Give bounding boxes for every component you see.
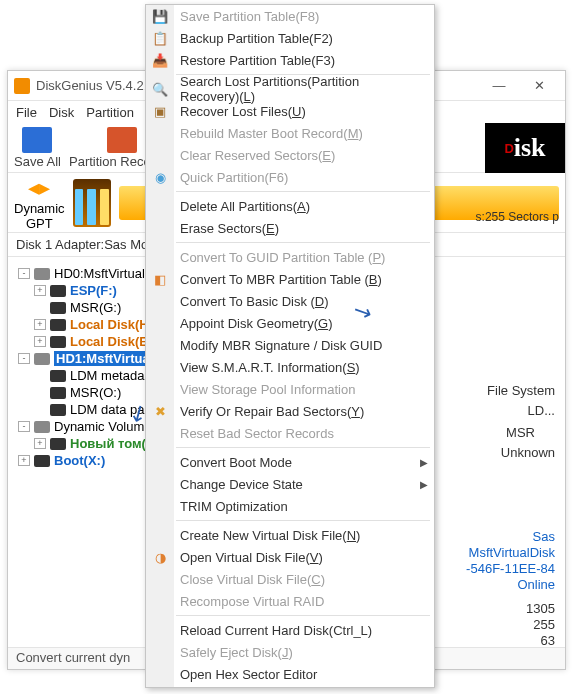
volume-icon: [50, 370, 66, 382]
menu-item-icon: ◧: [152, 271, 168, 287]
tree-label: MSR(O:): [70, 385, 121, 400]
tree-label: LDM data pa: [70, 402, 144, 417]
tree-expand-icon[interactable]: +: [18, 455, 30, 466]
menu-item-label: Erase Sectors(E): [180, 221, 279, 236]
menu-item-icon: ✖: [152, 403, 168, 419]
menu-item-label: Open Virtual Disk File(V): [180, 550, 323, 565]
menu-separator: [176, 191, 430, 192]
menu-item-label: Open Hex Sector Editor: [180, 667, 317, 682]
volume-icon: [50, 285, 66, 297]
menu-item-open-hex-sector-editor[interactable]: Open Hex Sector Editor: [146, 663, 434, 685]
menu-item-label: Convert To Basic Disk (D): [180, 294, 329, 309]
geom-2: 255: [533, 617, 555, 632]
menu-disk[interactable]: Disk: [49, 105, 74, 120]
menu-partition[interactable]: Partition: [86, 105, 134, 120]
menu-separator: [176, 447, 430, 448]
tree-expand-icon[interactable]: +: [34, 336, 46, 347]
menu-item-icon: ▣: [152, 103, 168, 119]
menu-item-verify-or-repair-bad-sectors-y[interactable]: ✖Verify Or Repair Bad Sectors(Y): [146, 400, 434, 422]
menu-item-convert-to-guid-partition-table-p: Convert To GUID Partition Table (P): [146, 246, 434, 268]
tree-label: Local Disk(E:: [70, 334, 152, 349]
menu-item-open-virtual-disk-file-v[interactable]: ◑Open Virtual Disk File(V): [146, 546, 434, 568]
disk-slot-icon: [73, 179, 111, 227]
tree-label: ESP(F:): [70, 283, 117, 298]
volume-icon: [50, 336, 66, 348]
menu-item-label: Restore Partition Table(F3): [180, 53, 335, 68]
volume-icon: [50, 387, 66, 399]
menu-item-modify-mbr-signature-disk-guid[interactable]: Modify MBR Signature / Disk GUID: [146, 334, 434, 356]
tree-label: Boot(X:): [54, 453, 105, 468]
tree-label: LDM metada: [70, 368, 144, 383]
menu-item-clear-reserved-sectors-e: Clear Reserved Sectors(E): [146, 144, 434, 166]
menu-item-icon: 📋: [152, 30, 168, 46]
menu-item-label: Convert To MBR Partition Table (B): [180, 272, 382, 287]
tree-expand-icon[interactable]: -: [18, 268, 30, 279]
tree-label: HD1:MsftVirtual: [54, 351, 155, 366]
menu-item-appoint-disk-geometry-g[interactable]: Appoint Disk Geometry(G): [146, 312, 434, 334]
volume-icon: [50, 438, 66, 450]
menu-item-label: Reset Bad Sector Records: [180, 426, 334, 441]
tree-expand-icon[interactable]: +: [34, 438, 46, 449]
menu-item-label: Save Partition Table(F8): [180, 9, 319, 24]
menu-file[interactable]: File: [16, 105, 37, 120]
menu-item-quick-partition-f6: ◉Quick Partition(F6): [146, 166, 434, 188]
close-button[interactable]: ✕: [519, 78, 559, 93]
menu-item-label: Change Device State: [180, 477, 303, 492]
menu-item-delete-all-partitions-a[interactable]: Delete All Partitions(A): [146, 195, 434, 217]
val-unknown: Unknown: [501, 445, 555, 460]
tree-label: HD0:MsftVirtual: [54, 266, 145, 281]
status-value: Online: [517, 577, 555, 592]
menu-item-backup-partition-table-f2[interactable]: 📋Backup Partition Table(F2): [146, 27, 434, 49]
menu-item-recover-lost-files-u[interactable]: ▣Recover Lost Files(U): [146, 100, 434, 122]
menu-item-recompose-virtual-raid: Recompose Virtual RAID: [146, 590, 434, 612]
tree-expand-icon[interactable]: -: [18, 353, 30, 364]
menu-item-safely-eject-disk-j: Safely Eject Disk(J): [146, 641, 434, 663]
menu-item-convert-to-mbr-partition-table-b[interactable]: ◧Convert To MBR Partition Table (B): [146, 268, 434, 290]
menu-item-reload-current-hard-disk-ctrl-l[interactable]: Reload Current Hard Disk(Ctrl_L): [146, 619, 434, 641]
dynamic-gpt-badge[interactable]: ◂▸ Dynamic GPT: [14, 175, 65, 231]
tree-expand-icon[interactable]: +: [34, 319, 46, 330]
menu-item-label: Recompose Virtual RAID: [180, 594, 324, 609]
fs-value: LD...: [528, 403, 555, 418]
adapter-value: Sas: [533, 529, 555, 544]
menu-item-view-storage-pool-information: View Storage Pool Information: [146, 378, 434, 400]
menu-item-label: Verify Or Repair Bad Sectors(Y): [180, 404, 364, 419]
toolbar-save-all[interactable]: Save All: [14, 127, 61, 169]
app-icon: [14, 78, 30, 94]
menu-item-change-device-state[interactable]: Change Device State▶: [146, 473, 434, 495]
menu-item-view-s-m-a-r-t-information-s[interactable]: View S.M.A.R.T. Information(S): [146, 356, 434, 378]
menu-item-label: TRIM Optimization: [180, 499, 288, 514]
menu-item-label: Appoint Disk Geometry(G): [180, 316, 332, 331]
brand-logo: Disk: [485, 123, 565, 173]
disk-icon: [34, 353, 50, 365]
menu-item-save-partition-table-f8: 💾Save Partition Table(F8): [146, 5, 434, 27]
menu-item-icon: ◉: [152, 169, 168, 185]
menu-item-erase-sectors-e[interactable]: Erase Sectors(E): [146, 217, 434, 239]
tree-expand-icon[interactable]: +: [34, 285, 46, 296]
menu-item-close-virtual-disk-file-c: Close Virtual Disk File(C): [146, 568, 434, 590]
menu-item-create-new-virtual-disk-file-n[interactable]: Create New Virtual Disk File(N): [146, 524, 434, 546]
dynamic-label: Dynamic: [14, 201, 65, 216]
menu-item-icon: 📥: [152, 52, 168, 68]
guid-value: -546F-11EE-84: [466, 561, 555, 576]
menu-item-label: Rebuild Master Boot Record(M): [180, 126, 363, 141]
menu-item-convert-boot-mode[interactable]: Convert Boot Mode▶: [146, 451, 434, 473]
menu-item-reset-bad-sector-records: Reset Bad Sector Records: [146, 422, 434, 444]
menu-item-label: Create New Virtual Disk File(N): [180, 528, 360, 543]
menu-item-search-lost-partitions-partition-recovery-l[interactable]: 🔍Search Lost Partitions(Partition Recove…: [146, 78, 434, 100]
menu-item-label: Delete All Partitions(A): [180, 199, 310, 214]
menu-item-label: Close Virtual Disk File(C): [180, 572, 325, 587]
menu-item-label: Clear Reserved Sectors(E): [180, 148, 335, 163]
volume-icon: [50, 319, 66, 331]
menu-item-convert-to-basic-disk-d[interactable]: Convert To Basic Disk (D): [146, 290, 434, 312]
tree-expand-icon[interactable]: -: [18, 421, 30, 432]
minimize-button[interactable]: —: [479, 78, 519, 93]
fs-header: File System: [487, 383, 555, 398]
tree-label: Local Disk(H: [70, 317, 149, 332]
menu-item-trim-optimization[interactable]: TRIM Optimization: [146, 495, 434, 517]
menu-item-restore-partition-table-f3[interactable]: 📥Restore Partition Table(F3): [146, 49, 434, 71]
volume-icon: [50, 404, 66, 416]
menu-item-label: View Storage Pool Information: [180, 382, 355, 397]
menu-item-label: Modify MBR Signature / Disk GUID: [180, 338, 382, 353]
geom-1: 1305: [526, 601, 555, 616]
